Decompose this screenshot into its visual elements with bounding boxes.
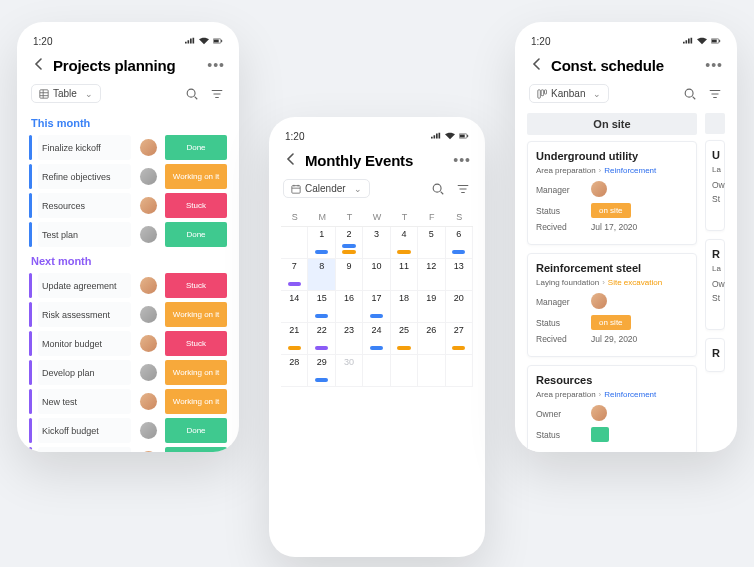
search-icon[interactable] [429,180,446,197]
calendar-day[interactable]: 11 [391,259,418,291]
calendar-day[interactable]: 26 [418,323,445,355]
avatar [591,405,607,421]
list-item[interactable]: Monitor budgetStuck [29,331,227,356]
back-icon[interactable] [31,56,47,74]
status-badge: Working on it [165,302,227,327]
kanban-card[interactable]: Reinforcement steel Laying foundation›Si… [527,253,697,357]
kanban-card[interactable]: Underground utility Area preparation›Rei… [527,141,697,245]
status-badge: Done [165,135,227,160]
filter-icon[interactable] [706,85,723,102]
calendar-day[interactable]: 23 [336,323,363,355]
calendar-day[interactable]: 28 [281,355,308,387]
statusbar-time: 1:20 [33,36,52,47]
svg-line-8 [194,96,197,99]
wifi-icon [199,37,209,45]
view-chip-label: Table [53,88,77,99]
signal-icon [683,37,693,45]
calendar-day[interactable]: 4 [391,227,418,259]
chevron-down-icon: ⌄ [354,184,362,194]
status-badge: Stuck [165,331,227,356]
kanban-card[interactable]: R La Ow St [705,239,725,330]
status-badge: Stuck [165,273,227,298]
calendar-day[interactable]: 6 [446,227,473,259]
calendar-day[interactable]: 16 [336,291,363,323]
list-next-month: Update agreementStuck Risk assessmentWor… [29,273,227,452]
view-chip[interactable]: Calender ⌄ [283,179,370,198]
avatar [137,193,159,218]
calendar-day[interactable]: 7 [281,259,308,291]
calendar-day[interactable]: 10 [363,259,390,291]
list-item[interactable]: Kickoff budgetDone [29,418,227,443]
kanban-card[interactable]: R [705,338,725,372]
calendar-day[interactable] [418,355,445,387]
battery-icon [213,37,223,45]
back-icon[interactable] [283,151,299,169]
status-badge: Stuck [165,193,227,218]
calendar-day[interactable]: 8 [308,259,335,291]
calendar-day[interactable]: 18 [391,291,418,323]
calendar-day[interactable]: 19 [418,291,445,323]
statusbar-icons [683,37,721,45]
list-item[interactable]: New testWorking on it [29,389,227,414]
more-icon[interactable]: ••• [453,152,471,168]
avatar [137,135,159,160]
search-icon[interactable] [183,85,200,102]
list-item[interactable]: ResourcesStuck [29,193,227,218]
more-icon[interactable]: ••• [705,57,723,73]
list-item[interactable]: Test planDone [29,222,227,247]
filter-icon[interactable] [208,85,225,102]
calendar-day[interactable] [363,355,390,387]
list-item[interactable]: Finalize kickoffDone [29,135,227,160]
calendar-day[interactable]: 25 [391,323,418,355]
calendar-day[interactable]: 30 [336,355,363,387]
filter-icon[interactable] [454,180,471,197]
svg-line-31 [692,96,695,99]
calendar-day[interactable]: 22 [308,323,335,355]
page-title: Const. schedule [551,57,699,74]
calendar-day[interactable]: 2 [336,227,363,259]
calendar-day[interactable] [281,227,308,259]
calendar-day[interactable]: 21 [281,323,308,355]
calendar-day[interactable]: 1 [308,227,335,259]
calendar-day[interactable]: 29 [308,355,335,387]
event-marker [397,346,410,350]
list-item[interactable]: Develop planWorking on it [29,360,227,385]
toolbar: Table ⌄ [29,82,227,113]
kanban-card[interactable]: U La Ow St [705,140,725,231]
list-item[interactable]: Risk assessmentWorking on it [29,302,227,327]
list-item[interactable]: ResourcesDone [29,447,227,452]
back-icon[interactable] [529,56,545,74]
calendar-day[interactable]: 15 [308,291,335,323]
event-marker [370,314,383,318]
calendar-day[interactable]: 20 [446,291,473,323]
status-badge: Working on it [165,164,227,189]
svg-rect-28 [541,89,544,95]
view-chip[interactable]: Kanban ⌄ [529,84,609,103]
calendar-day[interactable]: 9 [336,259,363,291]
calendar-day[interactable]: 27 [446,323,473,355]
calendar-day[interactable] [446,355,473,387]
view-chip[interactable]: Table ⌄ [31,84,101,103]
kanban-column: On site Underground utility Area prepara… [527,113,697,452]
avatar [137,418,159,443]
calendar-day[interactable]: 3 [363,227,390,259]
kanban-icon [537,89,547,99]
calendar-day[interactable]: 14 [281,291,308,323]
event-marker [315,314,328,318]
statusbar-time: 1:20 [285,131,304,142]
calendar-day[interactable]: 13 [446,259,473,291]
calendar-day[interactable]: 24 [363,323,390,355]
kanban-column-peek: U La Ow St R La Ow St R [705,113,725,452]
calendar-day[interactable]: 12 [418,259,445,291]
kanban-card[interactable]: Resources Area preparation›Reinforcement… [527,365,697,452]
list-item[interactable]: Refine objectivesWorking on it [29,164,227,189]
status-badge: Done [165,222,227,247]
signal-icon [431,132,441,140]
search-icon[interactable] [681,85,698,102]
calendar-day[interactable] [391,355,418,387]
list-item[interactable]: Update agreementStuck [29,273,227,298]
calendar-day[interactable]: 5 [418,227,445,259]
calendar-day[interactable]: 17 [363,291,390,323]
breadcrumb: Area preparation›Reinforcement [536,166,688,175]
more-icon[interactable]: ••• [207,57,225,73]
